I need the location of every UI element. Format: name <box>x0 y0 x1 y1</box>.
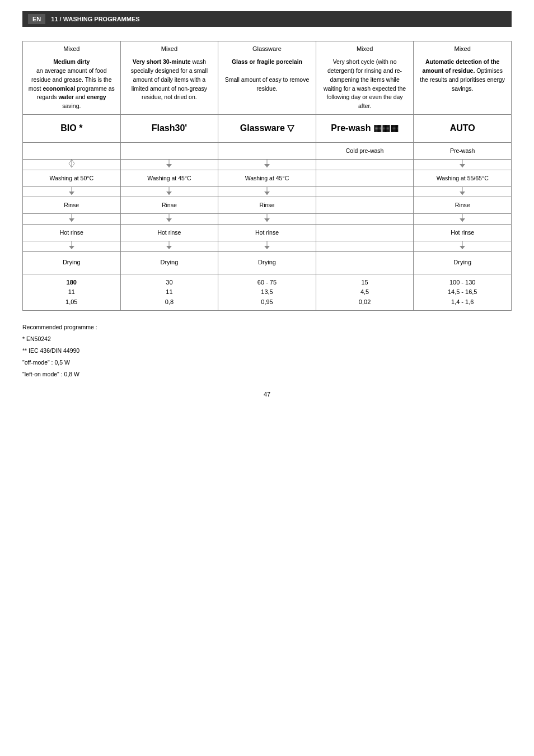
spacer-row <box>23 241 512 251</box>
col5-washing: Washing at 55/65°C <box>414 170 512 186</box>
svg-marker-18 <box>166 218 172 222</box>
col3-prewash <box>218 142 316 159</box>
stats-row: 180 11 1,05 30 11 0,8 60 - 75 13,5 0,95 … <box>23 274 512 311</box>
svg-marker-10 <box>166 192 172 195</box>
page-number: 47 <box>22 391 512 398</box>
svg-marker-4 <box>264 164 270 167</box>
col2-hotrinse: Hot rinse <box>120 224 218 241</box>
page: EN 11 / WASHING PROGRAMMES Mixed Medium … <box>0 0 534 756</box>
lang-badge: EN <box>28 14 45 24</box>
col1-rinse: Rinse <box>23 197 121 214</box>
col1-prewash <box>23 142 121 159</box>
section-title: 11 / WASHING PROGRAMMES <box>51 16 139 22</box>
footnotes: Recommended programme : * EN50242 ** IEC… <box>22 322 512 379</box>
svg-marker-14 <box>460 192 465 195</box>
drying-step-row: Drying Drying Drying Drying <box>23 251 512 274</box>
col3-hotrinse: Hot rinse <box>218 224 316 241</box>
col1-drying: Drying <box>23 251 121 274</box>
section-header: EN 11 / WASHING PROGRAMMES <box>22 11 512 27</box>
col4-drying <box>316 251 414 274</box>
col3-stats: 60 - 75 13,5 0,95 <box>218 274 316 311</box>
svg-marker-8 <box>69 192 74 195</box>
col5-stat1: 100 - 130 <box>449 279 475 286</box>
svg-marker-22 <box>460 218 465 222</box>
washing-step-row: Washing at 50°C Washing at 45°C Washing … <box>23 170 512 186</box>
col1-load: Mixed Medium dirty an average amount of … <box>23 41 121 115</box>
load-type-row: Mixed Medium dirty an average amount of … <box>23 41 512 115</box>
footnote-offmode: "off-mode" : 0,5 W <box>22 357 512 368</box>
col1-stat3: 1,05 <box>65 298 77 305</box>
col5-hotrinse: Hot rinse <box>414 224 512 241</box>
col4-prewash: Cold pre-wash <box>316 142 414 159</box>
connector-row3 <box>23 214 512 225</box>
col2-load: Mixed Very short 30-minute wash speciall… <box>120 41 218 115</box>
col5-load: Mixed Automatic detection of the amount … <box>414 41 512 115</box>
svg-marker-28 <box>264 246 270 249</box>
col2-prewash <box>120 142 218 159</box>
col2-stats: 30 11 0,8 <box>120 274 218 311</box>
col1-hotrinse: Hot rinse <box>23 224 121 241</box>
svg-marker-20 <box>264 218 270 222</box>
col1-programme: BIO * <box>23 114 121 142</box>
connector-row2 <box>23 186 512 197</box>
svg-marker-2 <box>166 164 172 167</box>
col5-drying: Drying <box>414 251 512 274</box>
col1-stat2: 11 <box>68 288 75 295</box>
col2-stat1: 30 <box>166 279 172 286</box>
col2-drying: Drying <box>120 251 218 274</box>
col4-stat3: 0,02 <box>359 298 371 305</box>
footnote-lefton: "left-on mode" : 0,8 W <box>22 369 512 380</box>
col5-stat2: 14,5 - 16,5 <box>448 288 477 295</box>
col4-load: Mixed Very short cycle (with no detergen… <box>316 41 414 115</box>
prewash-step-row: Cold pre-wash Pre-wash <box>23 142 512 159</box>
col3-stat1: 60 - 75 <box>257 279 277 286</box>
col4-stats: 15 4,5 0,02 <box>316 274 414 311</box>
svg-marker-30 <box>460 246 465 249</box>
col3-programme: Glassware ▽ <box>218 114 316 142</box>
col5-stat3: 1,4 - 1,6 <box>451 298 474 305</box>
col1-stats: 180 11 1,05 <box>23 274 121 311</box>
col3-drying: Drying <box>218 251 316 274</box>
col5-rinse: Rinse <box>414 197 512 214</box>
svg-marker-24 <box>69 246 74 249</box>
svg-marker-6 <box>460 164 465 167</box>
col2-washing: Washing at 45°C <box>120 170 218 186</box>
col5-stats: 100 - 130 14,5 - 16,5 1,4 - 1,6 <box>414 274 512 311</box>
col3-washing: Washing at 45°C <box>218 170 316 186</box>
footnote-star2: ** IEC 436/DIN 44990 <box>22 346 512 356</box>
col1-stat1: 180 <box>67 279 77 286</box>
col4-programme: Pre-wash ▦▦▦ <box>316 114 414 142</box>
col2-programme: Flash30' <box>120 114 218 142</box>
col3-stat2: 13,5 <box>261 288 273 295</box>
col5-programme: AUTO <box>414 114 512 142</box>
svg-marker-26 <box>166 246 172 249</box>
col2-rinse: Rinse <box>120 197 218 214</box>
connector-row1 <box>23 159 512 170</box>
col4-stat1: 15 <box>361 279 368 286</box>
col3-stat3: 0,95 <box>261 298 273 305</box>
col1-washing: Washing at 50°C <box>23 170 121 186</box>
col4-stat2: 4,5 <box>360 288 369 295</box>
svg-marker-16 <box>69 218 74 222</box>
col3-load: Glassware Glass or fragile porcelain Sma… <box>218 41 316 115</box>
col2-stat3: 0,8 <box>165 298 174 305</box>
rinse-step-row: Rinse Rinse Rinse Rinse <box>23 197 512 214</box>
programme-table: Mixed Medium dirty an average amount of … <box>22 41 512 311</box>
col5-prewash: Pre-wash <box>414 142 512 159</box>
programme-name-row: BIO * Flash30' Glassware ▽ Pre-wash ▦▦▦ … <box>23 114 512 142</box>
col3-rinse: Rinse <box>218 197 316 214</box>
col4-washing <box>316 170 414 186</box>
col2-stat2: 11 <box>166 288 172 295</box>
svg-marker-12 <box>264 192 270 195</box>
col4-rinse <box>316 197 414 214</box>
col4-hotrinse <box>316 224 414 241</box>
hotrinse-step-row: Hot rinse Hot rinse Hot rinse Hot rinse <box>23 224 512 241</box>
footnote-star1: * EN50242 <box>22 334 512 344</box>
footnote-intro: Recommended programme : <box>22 322 512 333</box>
